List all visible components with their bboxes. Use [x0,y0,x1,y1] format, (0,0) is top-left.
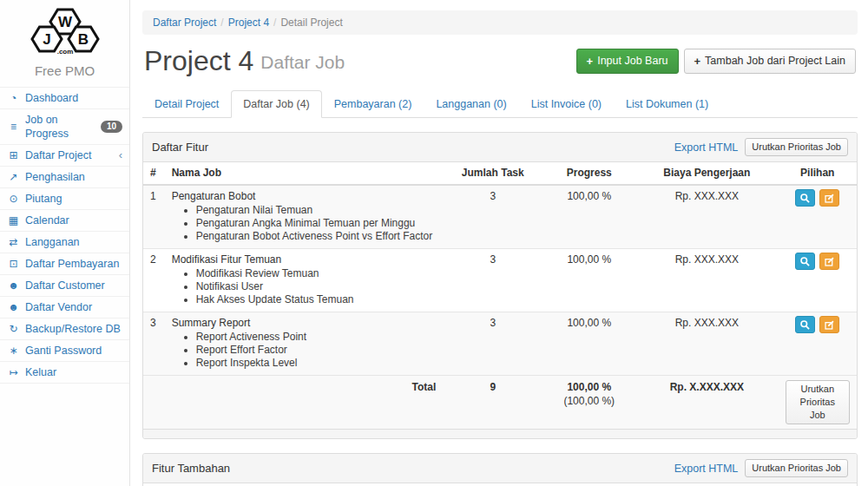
breadcrumb: Daftar Project/Project 4/Detail Project [142,10,858,35]
tab-list-invoice[interactable]: List Invoice (0) [519,90,614,118]
brand-name: Free PMO [0,63,129,78]
sidebar-item-label: Job on Progress [25,113,95,141]
calendar-icon: ▦ [7,213,20,227]
view-job-button[interactable] [795,253,815,270]
sidebar-item-daftar-vendor[interactable]: ☻ Daftar Vendor [0,296,129,318]
subtask-list: Modifikasi Review Temuan Notifikasi User… [182,267,437,306]
subtask-item: Report Inspekta Level [196,357,437,370]
breadcrumb-separator: / [216,16,227,29]
plus-icon: + [587,55,594,68]
edit-job-button[interactable] [819,316,839,333]
table-row: 2 Modifikasi Fitur Temuan Modifikasi Rev… [143,249,857,312]
sidebar-item-keluar[interactable]: ↦ Keluar [0,361,129,384]
export-html-link[interactable]: Export HTML [674,141,739,154]
panel-fitur-tambahan: Fitur Tambahan Export HTML Urutkan Prior… [142,453,858,486]
tambah-job-dari-project-lain-button[interactable]: + Tambah Job dari Project Lain [684,49,857,74]
table-row: 1 Pengaturan Bobot Pengaturan Nilai Temu… [143,185,857,249]
sidebar-item-calendar[interactable]: ▦ Calendar [0,209,129,231]
row-actions [779,249,857,312]
table-row: 3 Summary Report Report Activeness Point… [143,312,857,376]
pencil-square-icon [824,319,835,331]
job-count-badge: 10 [101,121,122,133]
sidebar-item-dashboard[interactable]: ◔ Dashboard [0,87,129,108]
total-cost: Rp. X.XXX.XXX [635,376,778,430]
tab-daftar-job[interactable]: Daftar Job (4) [231,90,321,118]
sidebar-item-ganti-password[interactable]: ∗ Ganti Password [0,339,129,361]
search-icon [799,256,811,267]
tab-list-dokumen[interactable]: List Dokumen (1) [614,90,720,118]
sidebar-item-backup-restore-db[interactable]: ↻ Backup/Restore DB [0,318,129,339]
total-label: Total [165,376,444,430]
job-name: Modifikasi Fitur Temuan [172,253,437,266]
cost-value: Rp. XXX.XXX [635,312,778,376]
sidebar-item-daftar-customer[interactable]: ☻ Daftar Customer [0,274,129,296]
urutkan-prioritas-job-button[interactable]: Urutkan Prioritas Job [745,138,848,156]
daftar-vendor-icon: ☻ [7,300,20,314]
tab-detail-project[interactable]: Detail Project [142,90,231,118]
total-row: Total 9 100,00 % (100,00 %) Rp. X.XXX.XX… [143,376,857,430]
svg-text:W: W [57,14,72,30]
breadcrumb-daftar-project[interactable]: Daftar Project [153,16,216,29]
breadcrumb-separator: / [269,16,280,29]
sidebar-menu: ◔ Dashboard ≡ Job on Progress 10 ⊞ Dafta… [0,87,129,384]
sidebar-item-penghasilan[interactable]: ↗ Penghasilan [0,166,129,187]
subtask-list: Report Activeness Point Report Effort Fa… [182,331,437,370]
sidebar-item-piutang[interactable]: ⊙ Piutang [0,187,129,209]
sidebar-item-label: Daftar Vendor [25,300,92,314]
edit-job-button[interactable] [819,253,839,270]
progress-value: 100,00 % [542,185,635,249]
sidebar-item-daftar-pembayaran[interactable]: ⊡ Daftar Pembayaran [0,253,129,274]
app-logo: W J B .com [0,0,129,62]
sidebar-item-daftar-project[interactable]: ⊞ Daftar Project ‹ [0,144,129,166]
daftar-project-icon: ⊞ [7,148,20,162]
urutkan-prioritas-job-button[interactable]: Urutkan Prioritas Job [786,380,850,424]
export-html-link[interactable]: Export HTML [674,463,739,475]
sidebar-item-label: Calendar [25,213,69,227]
progress-value: 100,00 % [542,249,635,312]
job-name: Pengaturan Bobot [172,189,437,203]
svg-text:J: J [43,31,50,48]
task-count: 3 [443,249,542,312]
subtask-item: Report Effort Factor [196,344,437,357]
input-job-baru-button[interactable]: + Input Job Baru [576,49,679,74]
progress-value: 100,00 % [542,312,635,376]
view-job-button[interactable] [795,189,815,207]
sidebar-item-label: Piutang [25,192,62,206]
piutang-icon: ⊙ [7,192,20,206]
penghasilan-icon: ↗ [7,170,20,184]
sidebar-item-langganan[interactable]: ⇄ Langganan [0,231,129,253]
breadcrumb-project-4[interactable]: Project 4 [228,16,269,29]
job-name-cell: Pengaturan Bobot Pengaturan Nilai Temuan… [165,185,444,249]
col-header-no: # [143,162,165,185]
page-title: Project 4 [144,45,253,76]
edit-job-button[interactable] [819,189,839,207]
sidebar-item-label: Keluar [25,365,56,379]
sidebar-item-label: Dashboard [25,91,78,105]
sidebar: W J B .com Free PMO ◔ Dashboard ≡ Job on… [0,0,130,486]
col-header-biaya-pengerjaan: Biaya Pengerjaan [635,162,778,185]
cost-value: Rp. XXX.XXX [635,249,778,312]
sidebar-item-label: Penghasilan [25,170,85,184]
panel-daftar-fitur: Daftar Fitur Export HTML Urutkan Priorit… [142,132,858,439]
tab-langganan[interactable]: Langganan (0) [424,90,518,118]
sidebar-item-label: Ganti Password [25,344,102,358]
panel-footer [143,429,857,438]
sidebar-item-label: Langganan [25,235,80,249]
view-job-button[interactable] [795,316,815,333]
sidebar-item-job-on-progress[interactable]: ≡ Job on Progress 10 [0,108,129,144]
job-name-cell: Modifikasi Fitur Temuan Modifikasi Revie… [165,249,444,312]
panel-title: Fitur Tambahan [152,462,674,475]
table-header-row: # Nama Job Jumlah Task Progress Biaya Pe… [143,162,857,185]
sidebar-item-label: Daftar Pembayaran [25,257,119,271]
urutkan-prioritas-job-button[interactable]: Urutkan Prioritas Job [745,459,848,477]
backup-restore-icon: ↻ [7,322,20,336]
subtask-list: Pengaturan Nilai Temuan Pengaturan Angka… [182,204,437,243]
row-number: 2 [143,249,165,312]
svg-text:.com: .com [56,48,73,56]
daftar-fitur-table: # Nama Job Jumlah Task Progress Biaya Pe… [143,162,857,429]
tab-pembayaran[interactable]: Pembayaran (2) [322,90,424,118]
subtask-item: Report Activeness Point [196,331,437,344]
langganan-icon: ⇄ [7,235,20,249]
daftar-customer-icon: ☻ [7,279,20,292]
header-actions: + Input Job Baru + Tambah Job dari Proje… [576,49,856,74]
